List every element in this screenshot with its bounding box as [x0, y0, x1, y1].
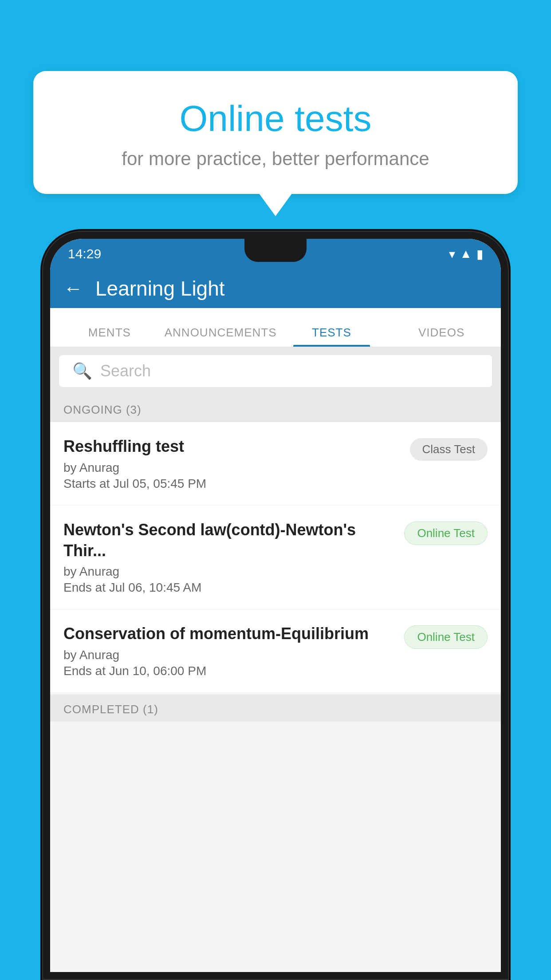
phone-frame-wrapper: 14:29 ▾ ▲ ▮ ← Learning Light MENTS A — [42, 231, 509, 980]
status-icons: ▾ ▲ ▮ — [449, 247, 483, 261]
test-name: Newton's Second law(contd)-Newton's Thir… — [63, 520, 395, 561]
search-bar[interactable]: 🔍 Search — [59, 355, 492, 387]
speech-bubble-title: Online tests — [55, 98, 496, 139]
status-bar: 14:29 ▾ ▲ ▮ — [50, 239, 501, 269]
test-name: Reshuffling test — [63, 436, 401, 457]
test-badge-online: Online Test — [404, 522, 488, 545]
speech-bubble: Online tests for more practice, better p… — [33, 71, 518, 194]
back-button[interactable]: ← — [63, 277, 83, 300]
test-item[interactable]: Newton's Second law(contd)-Newton's Thir… — [50, 506, 501, 610]
signal-icon: ▲ — [460, 247, 472, 261]
test-item-content: Conservation of momentum-Equilibrium by … — [63, 624, 395, 678]
completed-section-header: COMPLETED (1) — [50, 695, 501, 722]
test-badge-online: Online Test — [404, 625, 488, 649]
test-by: by Anurag — [63, 648, 395, 662]
app-title: Learning Light — [95, 277, 225, 300]
test-by: by Anurag — [63, 565, 395, 579]
wifi-icon: ▾ — [449, 247, 455, 261]
test-time: Ends at Jul 06, 10:45 AM — [63, 581, 395, 595]
app-header: ← Learning Light — [50, 269, 501, 308]
test-item-content: Reshuffling test by Anurag Starts at Jul… — [63, 436, 401, 491]
tab-tests[interactable]: TESTS — [277, 326, 387, 347]
search-placeholder: Search — [100, 362, 151, 380]
test-by: by Anurag — [63, 461, 401, 475]
ongoing-label: ONGOING (3) — [63, 403, 142, 416]
test-time: Ends at Jun 10, 06:00 PM — [63, 664, 395, 678]
test-list: Reshuffling test by Anurag Starts at Jul… — [50, 422, 501, 693]
test-item[interactable]: Conservation of momentum-Equilibrium by … — [50, 609, 501, 693]
tab-announcements[interactable]: ANNOUNCEMENTS — [165, 326, 277, 347]
test-item[interactable]: Reshuffling test by Anurag Starts at Jul… — [50, 422, 501, 506]
battery-icon: ▮ — [476, 247, 483, 261]
tab-videos[interactable]: VIDEOS — [386, 326, 496, 347]
tabs-bar: MENTS ANNOUNCEMENTS TESTS VIDEOS — [50, 308, 501, 347]
test-badge-class: Class Test — [410, 438, 488, 461]
tab-ments[interactable]: MENTS — [55, 326, 165, 347]
ongoing-section-header: ONGOING (3) — [50, 395, 501, 422]
search-icon: 🔍 — [72, 362, 92, 380]
test-time: Starts at Jul 05, 05:45 PM — [63, 477, 401, 491]
phone-screen: 14:29 ▾ ▲ ▮ ← Learning Light MENTS A — [50, 239, 501, 972]
speech-bubble-subtitle: for more practice, better performance — [55, 148, 496, 170]
test-item-content: Newton's Second law(contd)-Newton's Thir… — [63, 520, 395, 595]
phone-frame: 14:29 ▾ ▲ ▮ ← Learning Light MENTS A — [42, 231, 509, 980]
phone-notch — [244, 239, 307, 262]
completed-label: COMPLETED (1) — [63, 703, 158, 716]
status-time: 14:29 — [68, 246, 101, 261]
search-container: 🔍 Search — [50, 347, 501, 395]
test-name: Conservation of momentum-Equilibrium — [63, 624, 395, 644]
